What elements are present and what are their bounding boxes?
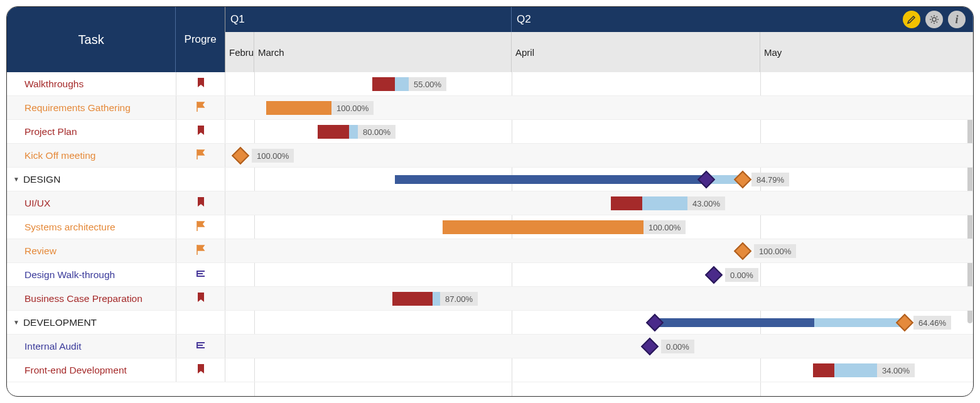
task-row[interactable]: Requirements Gathering xyxy=(7,96,225,120)
task-bar[interactable] xyxy=(372,77,409,91)
progress-label: 100.00% xyxy=(643,220,686,234)
indicator-icon xyxy=(196,101,206,114)
month-apr: April xyxy=(512,32,760,72)
task-name[interactable]: ▼DEVELOPMENT xyxy=(7,311,176,334)
task-name[interactable]: ▼DESIGN xyxy=(7,168,176,191)
header-left: Task Progre xyxy=(7,7,225,72)
progress-label: 64.46% xyxy=(913,316,951,330)
indicator-icon xyxy=(196,220,206,234)
task-name[interactable]: Walkthroughs xyxy=(7,72,176,95)
collapse-caret-icon[interactable]: ▼ xyxy=(13,319,19,326)
task-row[interactable]: ▼DEVELOPMENT xyxy=(7,311,225,335)
milestone-diamond-icon[interactable] xyxy=(232,147,249,164)
indicator-cell xyxy=(176,191,225,215)
task-row[interactable]: Kick Off meeting xyxy=(7,144,225,168)
parent-bar[interactable] xyxy=(395,175,743,184)
task-label: DEVELOPMENT xyxy=(23,317,97,328)
gantt-timeline[interactable]: 55.00%100.00%80.00%100.00%84.79%43.00%10… xyxy=(225,72,973,396)
column-header-progress[interactable]: Progre xyxy=(176,7,225,72)
task-bar[interactable] xyxy=(813,363,877,377)
task-name[interactable]: Front-end Development xyxy=(7,358,176,382)
column-header-task[interactable]: Task xyxy=(7,7,176,72)
task-row[interactable]: Project Plan xyxy=(7,120,225,144)
task-row[interactable]: UI/UX xyxy=(7,191,225,215)
bar-done xyxy=(813,363,834,377)
gantt-row: 55.00% xyxy=(225,72,973,96)
pencil-icon xyxy=(907,14,917,24)
progress-label: 0.00% xyxy=(661,340,694,353)
task-name[interactable]: Project Plan xyxy=(7,120,176,143)
milestone-diamond-icon[interactable] xyxy=(641,338,659,355)
settings-button[interactable] xyxy=(925,11,943,28)
task-label: DESIGN xyxy=(23,174,60,185)
task-bar[interactable] xyxy=(318,125,358,139)
task-row[interactable]: Front-end Development xyxy=(7,358,225,382)
info-icon: i xyxy=(955,13,958,26)
gantt-header: Task Progre Q1 Q2 i xyxy=(7,7,973,72)
task-name[interactable]: Requirements Gathering xyxy=(7,96,176,119)
gantt-row: 64.46% xyxy=(225,311,973,335)
task-row[interactable]: Internal Audit xyxy=(7,335,225,358)
task-name[interactable]: UI/UX xyxy=(7,191,176,215)
progress-label: 34.00% xyxy=(877,363,915,377)
gantt-row: 80.00% xyxy=(225,120,973,144)
indicator-cell xyxy=(176,72,225,95)
task-name[interactable]: Design Walk-through xyxy=(7,263,176,286)
task-name[interactable]: Business Case Preparation xyxy=(7,287,176,310)
milestone-diamond-icon xyxy=(734,171,751,188)
svg-rect-4 xyxy=(197,271,198,277)
task-name[interactable]: Systems architecture xyxy=(7,215,176,239)
info-button[interactable]: i xyxy=(948,11,966,28)
task-label: Internal Audit xyxy=(24,341,81,352)
task-row[interactable]: Business Case Preparation xyxy=(7,287,225,311)
progress-label: 100.00% xyxy=(252,149,294,163)
indicator-cell xyxy=(176,96,225,119)
task-name[interactable]: Kick Off meeting xyxy=(7,144,176,167)
gantt-chart: Task Progre Q1 Q2 i xyxy=(6,6,974,397)
milestone-diamond-icon[interactable] xyxy=(705,266,723,284)
quarter-row: Q1 Q2 i xyxy=(225,7,973,32)
task-label: Requirements Gathering xyxy=(24,102,131,114)
bar-done xyxy=(395,175,705,184)
task-row[interactable]: Walkthroughs xyxy=(7,72,225,96)
task-list: WalkthroughsRequirements GatheringProjec… xyxy=(7,72,225,396)
edit-button[interactable] xyxy=(903,11,920,28)
indicator-cell xyxy=(176,215,225,239)
task-name[interactable]: Internal Audit xyxy=(7,335,176,358)
task-label: UI/UX xyxy=(24,198,50,209)
indicator-icon xyxy=(197,77,205,90)
month-row: Febru March April May xyxy=(225,32,973,72)
milestone-diamond-icon xyxy=(646,314,664,331)
indicator-icon xyxy=(197,292,205,305)
task-bar[interactable] xyxy=(266,101,331,115)
task-row[interactable]: Design Walk-through xyxy=(7,263,225,287)
task-bar[interactable] xyxy=(443,220,643,234)
bar-remaining xyxy=(814,318,905,327)
parent-bar[interactable] xyxy=(656,318,905,327)
task-row[interactable]: Systems architecture xyxy=(7,215,225,239)
task-bar[interactable] xyxy=(611,196,687,210)
indicator-icon xyxy=(197,196,205,210)
gantt-row: 100.00% xyxy=(225,144,973,168)
gantt-body: WalkthroughsRequirements GatheringProjec… xyxy=(7,72,973,396)
indicator-icon xyxy=(196,341,205,352)
milestone-diamond-icon xyxy=(896,314,913,331)
task-row[interactable]: ▼DESIGN xyxy=(7,168,225,191)
task-label: Review xyxy=(24,245,57,257)
indicator-cell xyxy=(176,168,225,191)
task-label: Front-end Development xyxy=(24,365,127,376)
milestone-diamond-icon[interactable] xyxy=(734,242,751,260)
task-bar[interactable] xyxy=(392,292,440,306)
indicator-cell xyxy=(176,287,225,310)
indicator-icon xyxy=(196,244,206,257)
task-name[interactable]: Review xyxy=(7,239,176,262)
task-label: Business Case Preparation xyxy=(24,293,143,304)
progress-label: 87.00% xyxy=(440,292,478,306)
progress-label: 55.00% xyxy=(409,77,446,91)
collapse-caret-icon[interactable]: ▼ xyxy=(13,176,19,183)
indicator-icon xyxy=(196,269,205,281)
task-row[interactable]: Review xyxy=(7,239,225,263)
svg-rect-8 xyxy=(197,342,198,348)
indicator-cell xyxy=(176,263,225,286)
gantt-row: 0.00% xyxy=(225,263,973,287)
